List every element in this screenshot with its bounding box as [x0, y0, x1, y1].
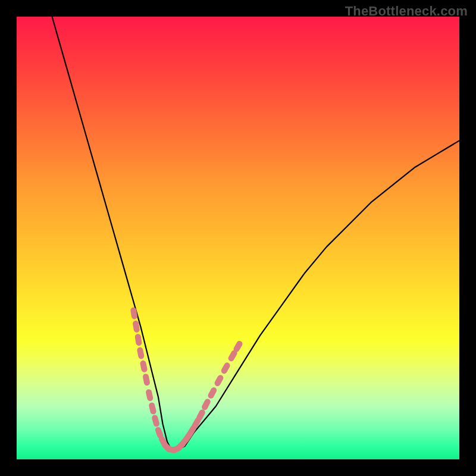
svg-rect-2	[134, 333, 142, 346]
chart-svg	[17, 17, 459, 459]
svg-rect-22	[214, 374, 224, 387]
svg-rect-0	[130, 307, 138, 320]
svg-rect-23	[220, 362, 231, 375]
svg-rect-3	[136, 347, 145, 360]
plot-area	[17, 17, 459, 459]
svg-rect-7	[148, 402, 156, 415]
curve-line	[52, 17, 459, 450]
svg-rect-6	[145, 389, 154, 402]
svg-rect-21	[207, 386, 218, 399]
svg-rect-8	[151, 414, 160, 427]
chart-frame: TheBottleneck.com	[0, 0, 476, 476]
svg-rect-5	[142, 373, 151, 386]
curve-markers	[130, 307, 244, 454]
svg-rect-20	[201, 398, 211, 411]
svg-rect-4	[140, 360, 148, 373]
watermark-text: TheBottleneck.com	[345, 4, 468, 19]
